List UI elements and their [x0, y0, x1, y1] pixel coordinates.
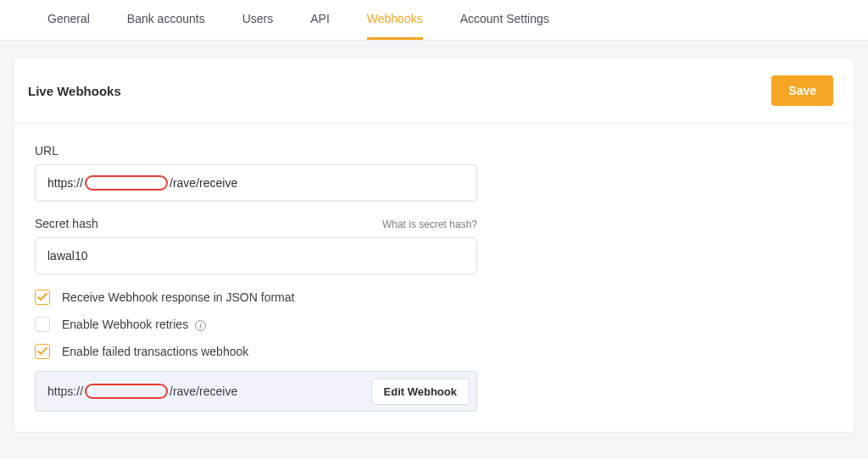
settings-tabs: General Bank accounts Users API Webhooks… — [0, 0, 868, 41]
failed-url-box: https:// /rave/receive Edit Webhook — [35, 371, 477, 412]
failed-url-suffix: /rave/receive — [170, 384, 237, 398]
secret-value: lawal10 — [47, 249, 87, 263]
edit-webhook-button[interactable]: Edit Webhook — [371, 379, 470, 405]
url-redacted-segment — [85, 175, 168, 191]
url-suffix: /rave/receive — [170, 176, 237, 190]
failed-checkbox[interactable] — [35, 344, 50, 359]
failed-label: Enable failed transactions webhook — [62, 345, 248, 358]
save-button[interactable]: Save — [771, 75, 833, 106]
url-field-group: URL https:// /rave/receive — [35, 144, 833, 202]
json-format-row: Receive Webhook response in JSON format — [35, 290, 833, 305]
secret-hash-hint-link[interactable]: What is secret hash? — [382, 218, 477, 230]
retries-row: Enable Webhook retries i — [35, 317, 833, 332]
webhooks-panel: Live Webhooks Save URL https:// /rave/re… — [14, 58, 854, 433]
secret-input[interactable]: lawal10 — [35, 237, 477, 274]
info-icon[interactable]: i — [195, 320, 206, 331]
url-label: URL — [35, 144, 58, 158]
failed-row: Enable failed transactions webhook — [35, 344, 833, 359]
tab-api[interactable]: API — [310, 12, 330, 40]
secret-label: Secret hash — [35, 217, 98, 230]
tab-bank-accounts[interactable]: Bank accounts — [127, 12, 205, 40]
panel-title: Live Webhooks — [28, 84, 121, 98]
url-prefix: https:// — [47, 176, 83, 190]
secret-field-group: Secret hash What is secret hash? lawal10 — [35, 217, 833, 274]
json-format-label: Receive Webhook response in JSON format — [62, 290, 294, 304]
json-format-checkbox[interactable] — [35, 290, 50, 305]
check-icon — [37, 347, 47, 356]
tab-general[interactable]: General — [47, 12, 90, 40]
url-input[interactable]: https:// /rave/receive — [35, 164, 477, 202]
check-icon — [37, 293, 47, 301]
retries-label: Enable Webhook retries i — [62, 318, 206, 332]
panel-body: URL https:// /rave/receive Secret hash W… — [14, 124, 854, 432]
panel-header: Live Webhooks Save — [14, 58, 854, 124]
tab-users[interactable]: Users — [242, 12, 274, 40]
failed-url-redacted-segment — [85, 384, 168, 399]
retries-checkbox[interactable] — [35, 317, 50, 332]
failed-url-prefix: https:// — [47, 384, 83, 398]
tab-webhooks[interactable]: Webhooks — [367, 12, 423, 40]
tab-account-settings[interactable]: Account Settings — [460, 12, 549, 40]
